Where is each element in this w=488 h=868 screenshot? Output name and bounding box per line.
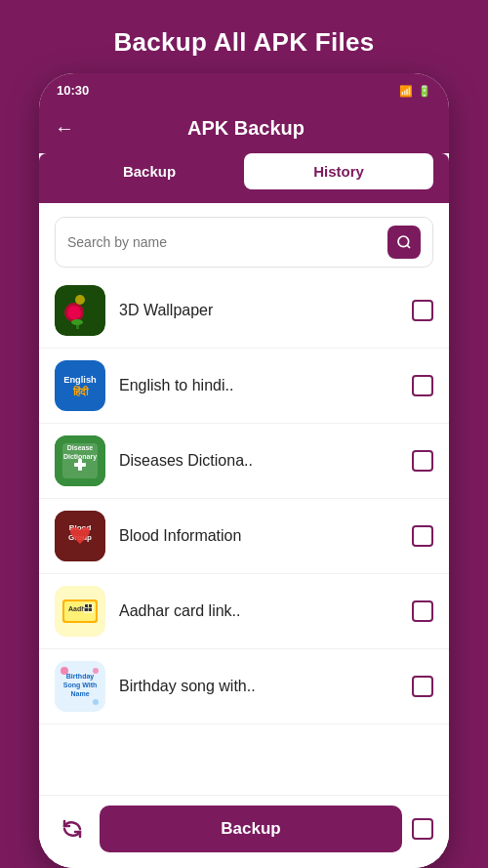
select-all-checkbox[interactable] — [412, 818, 433, 840]
backup-button[interactable]: Backup — [100, 806, 402, 852]
svg-point-0 — [398, 236, 409, 247]
time-display: 10:30 — [57, 83, 89, 98]
app-name-diseases: Diseases Dictiona.. — [119, 452, 398, 470]
app-icon-english-hindi: English हिंदी — [55, 360, 105, 411]
list-item: 3D Wallpaper — [39, 273, 449, 349]
svg-rect-31 — [87, 606, 88, 607]
app-name-english-hindi: English to hindi.. — [119, 377, 398, 394]
svg-rect-18 — [78, 459, 82, 471]
app-name-3d-wallpaper: 3D Wallpaper — [119, 302, 398, 319]
svg-text:English: English — [63, 375, 97, 385]
svg-point-9 — [71, 319, 83, 325]
list-item: Blood Group Blood Information — [39, 499, 449, 574]
svg-line-1 — [407, 245, 410, 248]
svg-point-37 — [93, 668, 99, 674]
tab-history[interactable]: History — [244, 153, 433, 189]
search-bar — [55, 217, 433, 268]
app-list: 3D Wallpaper English हिंदी English to hi… — [39, 273, 449, 795]
app-name-aadhar: Aadhar card link.. — [119, 602, 398, 620]
search-button[interactable] — [387, 226, 421, 259]
svg-text:हिंदी: हिंदी — [72, 386, 90, 397]
checkbox-aadhar[interactable] — [412, 600, 433, 622]
svg-point-4 — [67, 306, 81, 319]
svg-point-7 — [75, 295, 85, 305]
search-input[interactable] — [67, 234, 380, 250]
svg-text:Name: Name — [70, 690, 89, 697]
page-title: Backup All APK Files — [94, 0, 393, 73]
app-name-birthday: Birthday song with.. — [119, 678, 398, 695]
svg-point-36 — [61, 667, 68, 675]
app-header: ← APK Backup — [39, 105, 449, 153]
checkbox-3d-wallpaper[interactable] — [412, 300, 433, 321]
app-header-title: APK Backup — [88, 117, 433, 140]
list-item: Aadhar Aadhar card link.. — [39, 574, 449, 649]
bottom-bar: Backup — [39, 795, 449, 868]
app-icon-birthday: Birthday Song With Name — [55, 661, 105, 712]
app-icon-blood: Blood Group — [55, 511, 105, 561]
svg-text:Birthday: Birthday — [66, 673, 95, 681]
status-icons — [399, 83, 431, 98]
phone-frame: 10:30 ← APK Backup Backup History — [39, 73, 449, 868]
checkbox-birthday[interactable] — [412, 676, 433, 697]
list-item: English हिंदी English to hindi.. — [39, 349, 449, 424]
content-area: 3D Wallpaper English हिंदी English to hi… — [39, 203, 449, 868]
tab-backup[interactable]: Backup — [55, 153, 244, 189]
search-icon — [396, 234, 412, 250]
svg-rect-29 — [85, 608, 88, 611]
svg-text:Song With: Song With — [63, 682, 98, 689]
checkbox-english-hindi[interactable] — [412, 375, 433, 396]
app-icon-diseases: Disease Dictionary — [55, 435, 105, 486]
wifi-icon — [399, 83, 413, 98]
back-button[interactable]: ← — [55, 117, 74, 140]
app-name-blood: Blood Information — [119, 527, 398, 545]
svg-rect-28 — [89, 604, 92, 607]
tab-bar: Backup History — [39, 153, 449, 203]
svg-rect-30 — [89, 608, 92, 611]
status-bar: 10:30 — [39, 73, 449, 105]
app-icon-3d-wallpaper — [55, 285, 105, 336]
list-item: Birthday Song With Name Birthday song wi… — [39, 649, 449, 724]
svg-text:Disease: Disease — [67, 444, 94, 451]
checkbox-blood[interactable] — [412, 525, 433, 547]
svg-point-38 — [93, 699, 99, 705]
list-item: Disease Dictionary Diseases Dictiona.. — [39, 424, 449, 499]
checkbox-diseases[interactable] — [412, 450, 433, 472]
battery-icon — [418, 83, 431, 98]
refresh-button[interactable] — [55, 811, 90, 847]
app-icon-aadhar: Aadhar — [55, 586, 105, 637]
